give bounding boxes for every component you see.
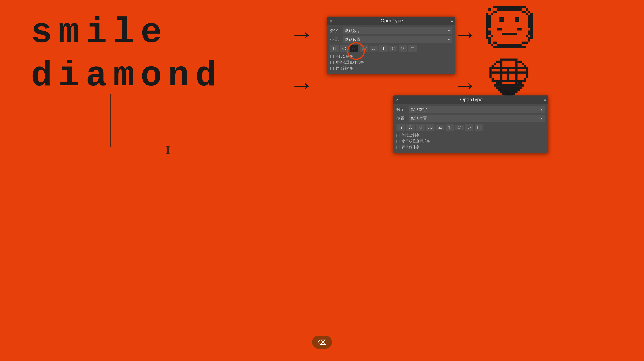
svg-rect-1 [493, 10, 497, 13]
svg-rect-15 [488, 24, 490, 26]
checkbox-roman-bottom[interactable] [396, 146, 400, 149]
svg-rect-2 [522, 10, 526, 13]
checkbox-horizontal[interactable] [330, 61, 334, 64]
panel-close-button-top[interactable]: ✕ [329, 19, 333, 22]
typo-btn-st-bottom[interactable]: st [416, 124, 424, 131]
svg-rect-52 [526, 67, 528, 78]
panel-select-digits[interactable]: 默认数字 ▼ [343, 27, 452, 34]
typo-btn-t-bottom[interactable]: T [446, 124, 454, 131]
opentype-panel-bottom: ✕ OpenType ≡ 数字: 默认数字 ▼ 位置: 默认位置 ▼ fi ∅ … [394, 96, 548, 153]
panel-label-digits-bottom: 数字: [396, 107, 408, 112]
svg-rect-23 [502, 33, 517, 35]
svg-rect-39 [526, 42, 528, 44]
svg-rect-40 [493, 46, 526, 48]
checkbox-proportional-bottom[interactable] [396, 134, 400, 137]
svg-rect-48 [522, 63, 524, 65]
panel-label-digits: 数字: [330, 28, 341, 33]
typo-btn-half-top[interactable]: ½ [399, 45, 407, 52]
typo-buttons-row-bottom: fi ∅ st 𝒜 aα T 1ª ½ □ [396, 124, 545, 131]
svg-rect-35 [526, 8, 528, 10]
panel-select-digits-arrow: ▼ [447, 29, 450, 32]
svg-rect-10 [515, 17, 519, 22]
svg-rect-58 [518, 82, 522, 84]
svg-rect-7 [488, 17, 490, 20]
typo-btn-half-bottom[interactable]: ½ [465, 124, 474, 131]
checkbox-proportional[interactable] [330, 55, 334, 58]
word-diamond: diamond [31, 56, 223, 96]
svg-rect-19 [497, 28, 502, 30]
panel-titlebar-top: ✕ OpenType ≡ [327, 16, 455, 25]
svg-rect-51 [490, 67, 492, 78]
svg-rect-4 [526, 13, 528, 15]
typo-btn-square-top[interactable]: □ [408, 45, 417, 52]
panel-select-position[interactable]: 默认位置 ▼ [343, 36, 452, 43]
svg-rect-20 [517, 28, 522, 30]
typo-btn-t-top[interactable]: T [379, 45, 388, 52]
panel-select-position-value: 默认位置 [345, 37, 447, 42]
typo-btn-fi-bottom[interactable]: fi [396, 124, 405, 131]
panel-select-digits-arrow-bottom: ▼ [540, 108, 543, 111]
panel-row-position-bottom: 位置: 默认位置 ▼ [396, 115, 545, 122]
typo-btn-1a-bottom[interactable]: 1ª [455, 124, 464, 130]
typo-btn-slash-bottom[interactable]: ∅ [406, 124, 415, 131]
panel-select-digits-bottom[interactable]: 默认数字 ▼ [409, 106, 545, 113]
svg-rect-36 [528, 10, 530, 13]
typo-btn-st-top[interactable]: st [350, 45, 358, 52]
svg-rect-50 [524, 65, 526, 67]
typo-btn-square-bottom[interactable]: □ [475, 124, 483, 131]
svg-rect-47 [494, 63, 496, 65]
svg-rect-22 [528, 30, 530, 33]
svg-rect-69 [500, 91, 517, 93]
svg-rect-54 [524, 78, 526, 80]
typo-buttons-row-top: fi ∅ st 𝒜 aα T 1ª ½ □ [330, 45, 452, 52]
typo-btn-1a-top[interactable]: 1ª [389, 46, 397, 52]
panel-select-digits-value-bottom: 默认数字 [411, 107, 540, 112]
svg-rect-53 [492, 78, 494, 80]
svg-rect-3 [490, 13, 493, 15]
typo-btn-aa-top[interactable]: aα [370, 46, 378, 52]
typo-btn-a-bottom[interactable]: 𝒜 [426, 124, 434, 131]
delete-icon: ⌫ [317, 338, 327, 346]
checkbox-row-roman: 罗马斜体字 [330, 66, 452, 71]
bottom-delete-button[interactable]: ⌫ [312, 336, 332, 349]
panel-label-position: 位置: [330, 37, 341, 42]
svg-rect-21 [488, 30, 490, 33]
opentype-panel-top: ✕ OpenType ≡ 数字: 默认数字 ▼ 位置: 默认位置 ▼ fi ∅ … [327, 16, 455, 74]
typo-btn-aa-bottom[interactable]: aα [436, 124, 444, 130]
svg-rect-43 [486, 13, 488, 39]
checkbox-horizontal-bottom[interactable] [396, 140, 400, 143]
panel-select-position-value-bottom: 默认位置 [411, 116, 540, 121]
panel-menu-button-bottom[interactable]: ≡ [544, 98, 546, 102]
word-smile: smile [31, 13, 223, 52]
svg-rect-8 [528, 17, 530, 20]
arrow-smile-to-panel: → [290, 20, 314, 48]
svg-rect-57 [496, 82, 500, 84]
svg-rect-70 [502, 93, 516, 95]
svg-rect-9 [500, 17, 504, 22]
svg-rect-17 [488, 26, 490, 28]
panel-close-button-bottom[interactable]: ✕ [396, 98, 399, 102]
typo-btn-fi-top[interactable]: fi [330, 45, 338, 52]
checkbox-label-roman: 罗马斜体字 [336, 66, 353, 71]
svg-rect-0 [497, 8, 522, 10]
svg-rect-66 [494, 84, 524, 86]
svg-rect-13 [488, 22, 490, 24]
panel-title-bottom: OpenType [460, 97, 483, 102]
panel-row-digits-bottom: 数字: 默认数字 ▼ [396, 106, 545, 113]
pixel-smiley-icon [486, 6, 532, 54]
typo-btn-slash-top[interactable]: ∅ [340, 45, 348, 52]
panel-row-digits: 数字: 默认数字 ▼ [330, 27, 452, 34]
svg-rect-25 [528, 33, 530, 35]
svg-rect-14 [528, 22, 530, 24]
typo-btn-a-top[interactable]: 𝒜 [360, 45, 368, 52]
main-text-area: smile diamond [31, 13, 223, 96]
panel-body-bottom: 数字: 默认数字 ▼ 位置: 默认位置 ▼ fi ∅ st 𝒜 aα T 1ª … [394, 104, 548, 153]
checkbox-roman[interactable] [330, 67, 334, 70]
panel-select-position-bottom[interactable]: 默认位置 ▼ [409, 115, 545, 122]
svg-rect-38 [528, 39, 530, 42]
checkbox-row-proportional-bottom: 等比公制字 [396, 133, 545, 138]
arrow-diamond-to-emoji: → [453, 71, 477, 99]
checkbox-label-horizontal: 水平或垂直样式字 [336, 60, 364, 65]
panel-menu-button-top[interactable]: ≡ [450, 18, 453, 23]
arrow-smile-to-emoji: → [453, 20, 477, 48]
